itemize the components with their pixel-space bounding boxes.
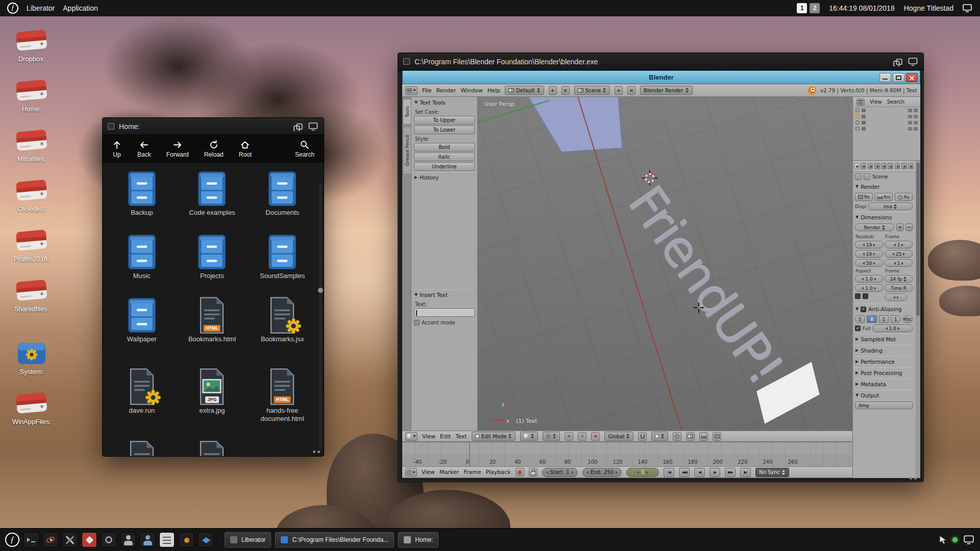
underline-button[interactable]: Underline bbox=[414, 162, 475, 171]
timeline-ruler[interactable]: -40 -20 0 20 40 60 80 100 120 140 160 18… bbox=[402, 442, 852, 466]
orientation-dropdown[interactable]: Global bbox=[604, 432, 633, 441]
resolution-x-field[interactable]: 19 bbox=[855, 241, 883, 248]
restrict-view-icon[interactable] bbox=[908, 115, 912, 118]
restrict-view-icon[interactable] bbox=[908, 127, 912, 131]
dock-icon-orbit[interactable] bbox=[43, 532, 58, 547]
bold-button[interactable]: Bold bbox=[414, 143, 475, 152]
dock-icon-disc[interactable] bbox=[101, 532, 116, 547]
cursor-3d-icon[interactable] bbox=[642, 170, 657, 186]
file-item[interactable]: Wallpaper bbox=[111, 296, 173, 368]
text-object-plane[interactable] bbox=[524, 97, 631, 158]
taskbar-button-liberator[interactable]: Liberator bbox=[225, 532, 271, 547]
desktop-icon-profes2016[interactable]: Profes2016: bbox=[3, 228, 60, 263]
depth-icon[interactable] bbox=[893, 57, 903, 66]
remove-preset-button[interactable]: − bbox=[905, 223, 913, 231]
back-button[interactable]: Back bbox=[137, 140, 151, 158]
menu-liberator[interactable]: Liberator bbox=[27, 4, 55, 12]
taskbar-button-blender[interactable]: C:\Program Files\Blender Founda... bbox=[275, 532, 394, 547]
file-item[interactable]: SoundSamples bbox=[252, 233, 313, 296]
restrict-view-icon[interactable] bbox=[908, 121, 912, 124]
aa-samples-5[interactable]: 5 bbox=[855, 315, 865, 323]
history-panel-header[interactable]: ▶ History bbox=[414, 172, 475, 182]
animation-button[interactable]: Ani bbox=[875, 193, 893, 201]
desktop-icon-winappfiles[interactable]: WinAppFiles: bbox=[3, 391, 60, 425]
dock-icon-user[interactable] bbox=[120, 532, 136, 547]
manipulator-scale-icon[interactable] bbox=[591, 432, 600, 441]
scrollbar-track[interactable] bbox=[319, 183, 322, 448]
proportional-edit-icon[interactable] bbox=[673, 432, 681, 441]
file-item[interactable]: Bookmarks.jsx bbox=[252, 296, 313, 368]
dock-icon-media[interactable] bbox=[179, 532, 194, 547]
wine-titlebar[interactable]: Blender bbox=[402, 70, 920, 84]
jump-start-button[interactable]: |◀ bbox=[664, 468, 674, 477]
shading-panel-header[interactable]: ▶ Shading bbox=[855, 345, 913, 355]
add-preset-button[interactable]: + bbox=[896, 223, 903, 231]
forward-button[interactable]: Forward bbox=[166, 140, 189, 158]
fullscreen-icon[interactable] bbox=[908, 57, 918, 66]
dimensions-panel-header[interactable]: ▼ Dimensions bbox=[855, 212, 913, 222]
restrict-select-icon[interactable] bbox=[914, 109, 918, 112]
snap-target-dropdown[interactable] bbox=[651, 432, 668, 441]
world-tab-icon[interactable] bbox=[874, 163, 880, 169]
shading-dropdown[interactable] bbox=[520, 432, 538, 441]
pin-icon[interactable] bbox=[855, 173, 862, 180]
add-scene-button[interactable]: + bbox=[615, 86, 623, 95]
modifiers-tab-icon[interactable] bbox=[895, 163, 900, 169]
resize-grip[interactable] bbox=[914, 477, 917, 480]
lock-icon[interactable] bbox=[529, 468, 537, 477]
desktop-icon-mitrafiles[interactable]: Mitrafiles: bbox=[3, 128, 60, 163]
output-panel-header[interactable]: ▼ Output bbox=[855, 390, 913, 400]
file-item[interactable]: HTML Bookmarks.html bbox=[181, 296, 242, 368]
metadata-panel-header[interactable]: ▶ Metadata bbox=[855, 379, 913, 389]
frame-start-field[interactable]: Start:1 bbox=[542, 468, 578, 477]
render-engine-dropdown[interactable]: Blender Render bbox=[640, 86, 693, 95]
sampled-motion-panel-header[interactable]: ▶ Sampled Mot bbox=[855, 334, 913, 344]
pivot-dropdown[interactable] bbox=[543, 432, 560, 441]
editor-type-icon[interactable] bbox=[856, 98, 865, 106]
frame-start-field[interactable]: 1 bbox=[885, 241, 913, 248]
search-button[interactable]: Search bbox=[295, 140, 314, 158]
file-item-partial[interactable] bbox=[111, 440, 173, 456]
dock-icon-documents[interactable] bbox=[159, 532, 175, 547]
desktop-icon-home[interactable]: Home: bbox=[3, 78, 60, 113]
to-lower-button[interactable]: To Lower bbox=[414, 126, 475, 134]
restrict-view-icon[interactable] bbox=[908, 109, 912, 112]
minimize-button[interactable] bbox=[879, 73, 891, 82]
desktop-icon-sharedfiles[interactable]: Sharedfiles: bbox=[3, 278, 60, 313]
scrollbar-track[interactable] bbox=[916, 161, 920, 478]
workspace-1-badge[interactable]: 1 bbox=[797, 3, 807, 13]
material-tab-icon[interactable] bbox=[908, 163, 914, 169]
menu-window[interactable]: Window bbox=[461, 87, 483, 94]
friend-logo-icon[interactable]: ƒ bbox=[5, 533, 19, 547]
full-sample-checkbox[interactable]: ✓ bbox=[855, 325, 861, 331]
fullscreen-icon[interactable] bbox=[308, 121, 318, 131]
data-tab-icon[interactable] bbox=[901, 163, 907, 169]
delete-layout-button[interactable]: × bbox=[561, 86, 570, 95]
object-tab-icon[interactable] bbox=[881, 163, 887, 169]
outliner-item[interactable] bbox=[853, 119, 920, 126]
outliner-search[interactable]: Search bbox=[887, 99, 904, 105]
file-item[interactable]: Music bbox=[111, 233, 173, 296]
render-tab-icon[interactable] bbox=[854, 163, 860, 169]
maximize-button[interactable] bbox=[893, 73, 904, 82]
outliner-item[interactable] bbox=[853, 126, 920, 132]
editor-type-icon[interactable] bbox=[405, 468, 417, 477]
resize-grip[interactable] bbox=[910, 477, 912, 480]
frame-end-field[interactable]: End:250 bbox=[582, 468, 622, 477]
frame-end-field[interactable]: 25 bbox=[885, 250, 913, 258]
wrench-icon[interactable] bbox=[864, 173, 870, 180]
viewport-3d[interactable]: FriendUP! User Persp x y (1) Text bbox=[478, 97, 852, 431]
step-arrows-field[interactable] bbox=[885, 293, 907, 301]
timeline-menu-frame[interactable]: Frame bbox=[463, 469, 481, 475]
render-layers-tab-icon[interactable] bbox=[861, 163, 866, 169]
menu-help[interactable]: Help bbox=[487, 87, 500, 94]
pointer-icon[interactable] bbox=[938, 535, 947, 545]
root-button[interactable]: Root bbox=[239, 140, 252, 158]
file-item[interactable]: Documents bbox=[252, 170, 313, 233]
italic-button[interactable]: Italic bbox=[414, 153, 475, 161]
editor-type-icon[interactable] bbox=[405, 86, 418, 95]
restrict-render-icon[interactable] bbox=[914, 115, 918, 118]
delete-scene-button[interactable]: × bbox=[627, 86, 635, 95]
viewport-menu-text[interactable]: Text bbox=[455, 433, 467, 440]
timeline-menu-playback[interactable]: Playback bbox=[485, 469, 510, 475]
